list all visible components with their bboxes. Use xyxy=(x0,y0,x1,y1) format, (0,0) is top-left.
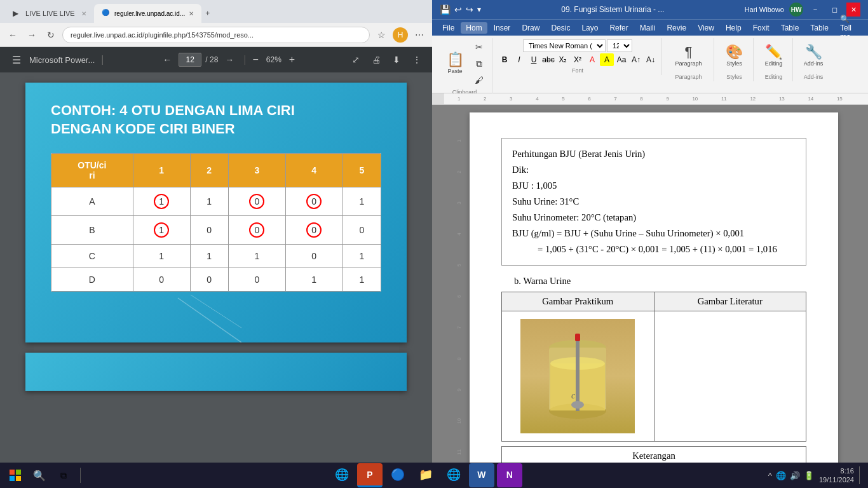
profile-button[interactable]: H xyxy=(393,27,408,43)
italic-button[interactable]: I xyxy=(512,53,526,66)
taskbar-app-word[interactable]: W xyxy=(469,463,494,487)
word-minimize-button[interactable]: − xyxy=(808,3,822,17)
styles-label: Styles xyxy=(726,60,742,67)
pdf-page-input[interactable] xyxy=(179,53,201,67)
bookmark-button[interactable]: ☆ xyxy=(374,27,389,43)
pdf-fit-button[interactable]: ⤢ xyxy=(348,52,363,67)
taskbar: 🔍 ⧉ 🌐 P 🔵 📁 🌐 W N ^ 🌐 🔊 🔋 8:16 19/11/202… xyxy=(0,463,868,488)
refresh-button[interactable]: ↻ xyxy=(43,27,58,43)
taskbar-app-onenote[interactable]: N xyxy=(497,463,522,487)
strikethrough-button[interactable]: abc xyxy=(541,53,555,66)
menu-foxit[interactable]: Foxit xyxy=(748,22,775,34)
ruler-mark: 5 xyxy=(562,96,564,102)
address-bar[interactable]: reguler.live.unpad.ac.id/pluginfile.php/… xyxy=(62,27,370,43)
browser-tab-active[interactable]: 🔵 reguler.live.unpad.ac.id... ✕ xyxy=(94,4,201,23)
pdf-zoom-out-button[interactable]: − xyxy=(252,54,258,65)
taskbar-app-explorer[interactable]: 📁 xyxy=(413,463,438,487)
taskbar-app-edge[interactable]: 🌐 xyxy=(329,463,355,487)
pdf-right-icons: ⤢ 🖨 ⬇ ⋮ xyxy=(348,52,424,67)
underline-button[interactable]: U xyxy=(527,53,541,66)
menu-design[interactable]: Desic xyxy=(546,22,575,34)
keterangan-cell: Keterangan xyxy=(502,446,806,463)
taskbar-time[interactable]: 8:16 19/11/2024 xyxy=(819,466,854,485)
svg-rect-14 xyxy=(16,476,21,481)
task-view-button[interactable]: ⧉ xyxy=(53,465,74,485)
menu-table2[interactable]: Table xyxy=(805,22,834,34)
back-button[interactable]: ← xyxy=(5,27,20,43)
tray-up-icon[interactable]: ^ xyxy=(768,471,772,480)
pdf-more-button[interactable]: ⋮ xyxy=(409,52,424,67)
highlight-button[interactable]: A xyxy=(600,53,614,66)
menu-insert[interactable]: Inser xyxy=(489,22,516,34)
forward-button[interactable]: → xyxy=(24,27,39,43)
copy-button[interactable]: ⧉ xyxy=(470,56,488,71)
pdf-print-button[interactable]: 🖨 xyxy=(369,52,384,67)
cut-button[interactable]: ✂ xyxy=(470,39,488,55)
menu-table1[interactable]: Table xyxy=(776,22,804,34)
new-tab-button[interactable]: + xyxy=(201,4,219,23)
editing-button[interactable]: ✏️ Editing xyxy=(760,39,788,72)
format-painter-button[interactable]: 🖌 xyxy=(470,72,488,88)
word-document-title: 09. Fungsi Sistem Urinaria - ... xyxy=(481,5,745,14)
menu-review[interactable]: Revie xyxy=(661,22,691,34)
styles-group-label: Styles xyxy=(726,74,742,80)
show-desktop-button[interactable] xyxy=(859,466,863,484)
table-header-2: 2 xyxy=(190,154,228,187)
paragraph-icon: ¶ xyxy=(685,45,693,59)
praktikum-image: c xyxy=(520,319,635,433)
font-size-select[interactable]: 12 xyxy=(607,39,632,52)
slide-title: CONTOH: 4 OTU DENGAN LIMA CIRIDENGAN KOD… xyxy=(51,102,381,138)
literatur-cell xyxy=(654,311,806,441)
menu-home[interactable]: Hom xyxy=(461,22,487,34)
cell-c5: 1 xyxy=(342,245,381,268)
pdf-menu-button[interactable]: ☰ xyxy=(8,51,25,69)
addins-button[interactable]: 🔧 Add-ins xyxy=(799,39,827,72)
taskbar-app-powerpoint[interactable]: P xyxy=(357,463,383,487)
paragraph-button[interactable]: ¶ Paragraph xyxy=(670,39,708,72)
pdf-zoom-in-button[interactable]: + xyxy=(289,54,295,65)
paste-button[interactable]: 📋 Paste xyxy=(441,47,469,80)
tab-close-live[interactable]: ✕ xyxy=(81,10,86,17)
browser-tab-live[interactable]: ▶ LIVE LIVE LIVE ✕ xyxy=(5,4,94,23)
start-button[interactable] xyxy=(5,465,25,485)
styles-button[interactable]: 🎨 Styles xyxy=(721,39,749,72)
pdf-prev-button[interactable]: ← xyxy=(159,52,175,67)
font-shrink-button[interactable]: A↓ xyxy=(644,53,658,66)
font-grow-button[interactable]: A↑ xyxy=(629,53,643,66)
more-button[interactable]: ⋯ xyxy=(412,27,427,43)
font-clear-button[interactable]: Aa xyxy=(614,53,628,66)
menu-layout[interactable]: Layo xyxy=(576,22,603,34)
taskbar-app-chrome[interactable]: 🔵 xyxy=(385,463,410,487)
menu-mailings[interactable]: Maili xyxy=(635,22,661,34)
cell-d4: 1 xyxy=(285,268,342,292)
word-save-icon[interactable]: 💾 xyxy=(440,4,451,15)
bold-button[interactable]: B xyxy=(498,53,512,66)
menu-references[interactable]: Refer xyxy=(604,22,633,34)
font-color-button[interactable]: A xyxy=(585,53,599,66)
search-button[interactable]: 🔍 xyxy=(29,465,50,485)
taskbar-app-chrome2[interactable]: 🌐 xyxy=(441,463,466,487)
cell-b2: 0 xyxy=(190,216,228,245)
pdf-next-button[interactable]: → xyxy=(222,52,237,67)
browser-panel: ▶ LIVE LIVE LIVE ✕ 🔵 reguler.live.unpad.… xyxy=(0,0,432,463)
tray-volume-icon[interactable]: 🔊 xyxy=(790,471,800,480)
menu-draw[interactable]: Draw xyxy=(517,22,545,34)
menu-help[interactable]: Help xyxy=(721,22,747,34)
svg-rect-11 xyxy=(10,470,15,475)
ribbon-content: 📋 Paste ✂ ⧉ 🖌 Clipboard xyxy=(432,36,868,93)
subscript-button[interactable]: X₂ xyxy=(556,53,570,66)
superscript-button[interactable]: X² xyxy=(571,53,585,66)
font-group-label: Font xyxy=(572,67,583,74)
clock-date: 19/11/2024 xyxy=(819,475,854,484)
word-redo-icon[interactable]: ↪ xyxy=(466,4,473,15)
pdf-download-button[interactable]: ⬇ xyxy=(389,52,404,67)
left-margin-ruler: 1 2 3 4 5 6 7 8 9 10 11 12 13 14 xyxy=(453,112,465,463)
margin-num: 8 xyxy=(456,357,461,360)
menu-view[interactable]: View xyxy=(693,22,719,34)
slide-partial xyxy=(25,353,407,391)
tab-close-active[interactable]: ✕ xyxy=(189,10,194,17)
menu-file[interactable]: File xyxy=(437,22,459,34)
table-col2-header: Gambar Literatur xyxy=(654,292,806,311)
font-name-select[interactable]: Times New Roman (Headin xyxy=(523,39,606,52)
word-undo-icon[interactable]: ↩ xyxy=(454,4,462,15)
